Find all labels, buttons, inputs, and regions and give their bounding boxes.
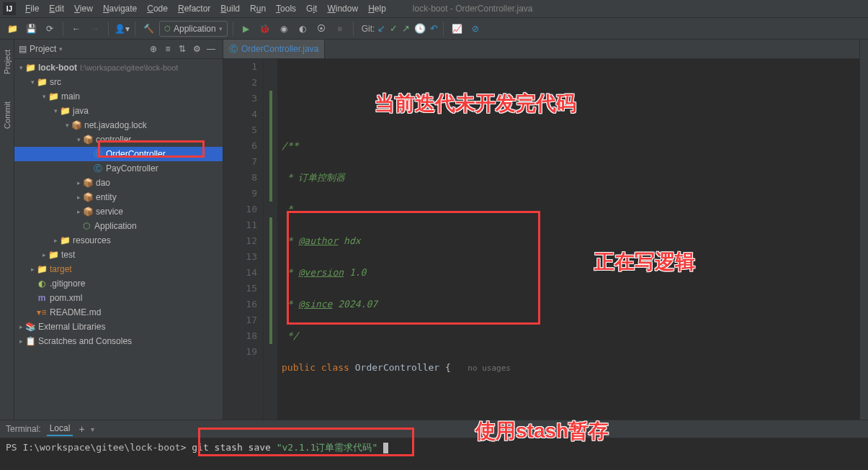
tree-java[interactable]: ▾📁java [14,104,223,118]
tree-readme[interactable]: ▾≡README.md [14,305,223,320]
left-tool-gutter: Project Commit [0,40,14,420]
tree-entity[interactable]: ▸📦entity [14,190,223,204]
tree-test[interactable]: ▸📁test [14,248,223,262]
git-history-icon[interactable]: 🕓 [414,23,426,34]
tree-service[interactable]: ▸📦service [14,204,223,219]
menu-run[interactable]: Run [245,4,271,14]
tree-external-libs[interactable]: ▸📚External Libraries [14,320,223,334]
tree-pom[interactable]: mpom.xml [14,291,223,305]
java-class-icon: Ⓒ [229,43,238,55]
open-file-icon[interactable]: 📁 [4,21,20,37]
tree-dao[interactable]: ▸📦dao [14,176,223,190]
back-icon[interactable]: ← [68,21,84,37]
project-tree[interactable]: ▾📁 lock-boot I:\workspace\gitee\lock-boo… [14,59,223,420]
tree-root[interactable]: ▾📁 lock-boot I:\workspace\gitee\lock-boo… [14,60,223,75]
terminal-label: Terminal: [6,424,41,434]
tree-application[interactable]: ⬡Application [14,219,223,233]
save-all-icon[interactable]: 💾 [23,21,39,37]
tree-paycontroller[interactable]: ⒸPayController [14,161,223,176]
menu-tools[interactable]: Tools [271,4,301,14]
stop-icon[interactable]: ■ [332,21,348,37]
commit-tool-tab[interactable]: Commit [3,99,12,132]
profile-icon[interactable]: ◐ [295,21,310,37]
git-commit-icon[interactable]: ✓ [390,23,398,34]
project-icon: ▤ [19,44,27,54]
menu-file[interactable]: File [20,4,44,14]
build-icon[interactable]: 🔨 [140,21,156,37]
menu-window[interactable]: Window [322,4,363,14]
project-sidebar-header: ▤ Project ▾ ⊕ ≡ ⇅ ⚙ — [14,40,223,59]
ide-logo-icon: IJ [3,2,16,15]
terminal-tabs: Terminal: Local + ▾ [0,420,868,438]
menu-refactor[interactable]: Refactor [173,4,215,14]
editor-tab-ordercontroller[interactable]: Ⓒ OrderController.java [223,40,325,58]
select-opened-file-icon[interactable]: ⊕ [146,42,161,56]
forward-icon[interactable]: → [87,21,103,37]
sync-icon[interactable]: ⟳ [42,21,58,37]
tree-resources[interactable]: ▸📁resources [14,233,223,248]
terminal-tab-local[interactable]: Local [47,422,73,436]
menu-build[interactable]: Build [215,4,245,14]
menu-view[interactable]: View [69,4,98,14]
coverage-icon[interactable]: ◉ [276,21,292,37]
run-config-name: Application [174,24,216,34]
concurrent-icon[interactable]: ⦿ [313,21,329,37]
terminal-new-tab-icon[interactable]: + [79,423,84,435]
terminal-body[interactable]: PS I:\workspace\gitee\lock-boot> git sta… [0,438,868,470]
debug-icon[interactable]: 🐞 [257,21,273,37]
code-content[interactable]: /** * 订单控制器 * * @author hdx * @version 1… [277,59,868,420]
tree-gitignore[interactable]: ◐.gitignore [14,276,223,291]
menu-help[interactable]: Help [363,4,391,14]
tree-main[interactable]: ▾📁main [14,89,223,104]
tree-src[interactable]: ▾📁src [14,75,223,89]
disable-icon[interactable]: ⊘ [467,21,483,37]
tree-scratches[interactable]: ▸📋Scratches and Consoles [14,334,223,348]
expand-all-icon[interactable]: ≡ [161,42,175,56]
settings-icon[interactable]: ⚙ [189,42,204,56]
menu-navigate[interactable]: Navigate [98,4,142,14]
editor-pane: Ⓒ OrderController.java 12345678910111213… [223,40,868,420]
project-tool-tab[interactable]: Project [3,47,12,77]
chart-icon[interactable]: 📈 [449,21,465,37]
menu-edit[interactable]: Edit [44,4,69,14]
menu-code[interactable]: Code [142,4,173,14]
code-editor[interactable]: 12345678910111213141516171819 /** * 订单控制… [223,59,868,420]
menu-bar: IJ File Edit View Navigate Code Refactor… [0,0,868,18]
terminal-dropdown-icon[interactable]: ▾ [91,425,94,433]
tree-ordercontroller[interactable]: ⒸOrderController [14,147,223,161]
editor-tabs: Ⓒ OrderController.java [223,40,868,59]
terminal-prompt: PS I:\workspace\gitee\lock-boot> [6,442,186,453]
collapse-all-icon[interactable]: ⇅ [175,42,189,56]
run-icon[interactable]: ▶ [238,21,254,37]
git-rollback-icon[interactable]: ↶ [430,23,438,34]
tree-package[interactable]: ▾📦net.javadog.lock [14,118,223,132]
fold-gutter [263,59,277,420]
right-gutter [859,40,868,420]
menu-git[interactable]: Git [301,4,322,14]
git-update-icon[interactable]: ↙ [377,23,385,34]
git-push-icon[interactable]: ↗ [402,23,410,34]
terminal-cursor [383,443,388,453]
spring-boot-icon: ⬡ [164,24,171,32]
project-sidebar: ▤ Project ▾ ⊕ ≡ ⇅ ⚙ — ▾📁 lock-boot I:\wo… [14,40,223,420]
terminal-panel: Terminal: Local + ▾ PS I:\workspace\gite… [0,420,868,470]
line-number-gutter: 12345678910111213141516171819 [223,59,263,420]
git-label: Git: [362,24,375,34]
user-dropdown-icon[interactable]: 👤▾ [114,21,130,37]
toolbar: 📁 💾 ⟳ ← → 👤▾ 🔨 ⬡ Application ▾ ▶ 🐞 ◉ ◐ ⦿… [0,18,868,40]
tree-target[interactable]: ▸📁target [14,262,223,276]
window-title: lock-boot - OrderController.java [413,4,533,14]
project-view-selector[interactable]: ▤ Project ▾ [19,44,63,54]
hide-icon[interactable]: — [204,42,218,56]
tree-controller[interactable]: ▾📦controller [14,132,223,147]
run-config-selector[interactable]: ⬡ Application ▾ [159,21,228,37]
